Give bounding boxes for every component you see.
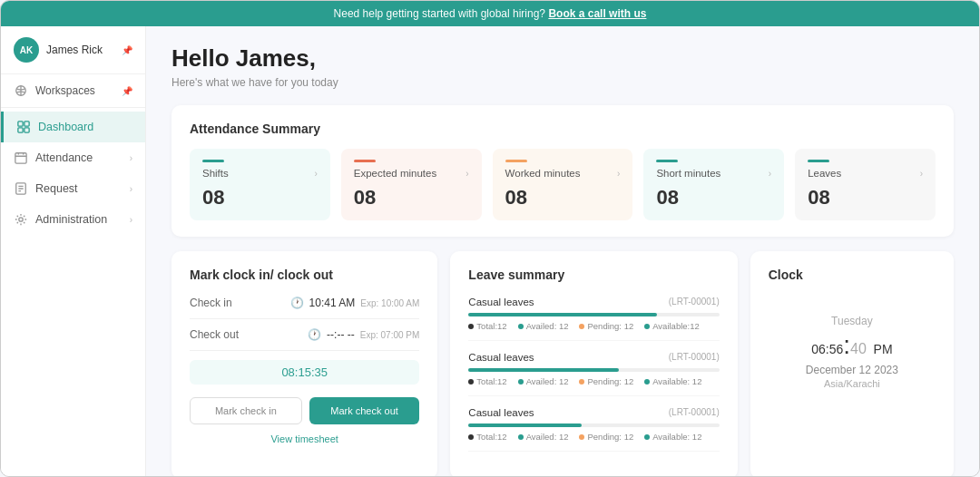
sidebar-item-dashboard[interactable]: Dashboard [1,112,145,142]
leave-bar-fill-0 [468,313,656,316]
sidebar-user[interactable]: AK James Rick 📌 [1,26,145,74]
checkin-row: Check in 🕐 10:41 AM Exp: 10:00 AM [190,297,419,319]
leave-name-1: Casual leaves [468,352,534,363]
sidebar-item-attendance[interactable]: Attendance › [1,142,145,173]
summary-card-short-minutes[interactable]: Short minutes › 08 [643,149,784,220]
checkin-time: 🕐 10:41 AM Exp: 10:00 AM [290,297,420,309]
request-chevron: › [130,184,132,194]
clock-in-out-title: Mark clock in/ clock out [190,268,419,282]
summary-cards: Shifts › 08 Expected minutes › 08 [190,149,936,220]
clock-date: December 12 2023 [769,364,936,376]
attendance-summary-card: Attendance Summary Shifts › 08 Expected … [172,105,954,237]
short-minutes-value: 08 [656,186,771,209]
summary-card-expected-minutes[interactable]: Expected minutes › 08 [341,149,482,220]
username-label: James Rick [46,44,114,56]
leave-bar-track-0 [468,313,719,316]
timer-display: 08:15:35 [190,360,419,385]
short-minutes-label: Short minutes › [656,168,771,179]
clock-time: 06:56:40 PM [769,331,936,360]
short-minutes-chevron: › [769,169,771,179]
leave-summary-title: Leave summary [468,268,719,282]
sidebar-nav: Dashboard Attendance › [1,108,145,235]
leave-stats-0: Total:12 Availed: 12 Pending: 12 Availab… [468,321,719,331]
attendance-summary-title: Attendance Summary [190,122,936,136]
svg-rect-5 [24,128,29,132]
main-content: Hello James, Here's what we have for you… [146,26,979,476]
mark-checkout-button[interactable]: Mark check out [309,397,420,424]
leave-bar-track-2 [468,423,719,427]
leave-id-0: (LRT-00001) [669,297,720,307]
svg-rect-6 [15,153,26,163]
shifts-label: Shifts › [202,168,318,179]
leave-stats-2: Total:12 Availed: 12 Pending: 12 Availab… [468,432,719,442]
leave-bar-fill-1 [468,368,619,372]
workspace-label: Workspaces [35,84,114,97]
top-banner: Need help getting started with global hi… [1,1,979,26]
administration-label: Administration [35,213,107,226]
attendance-label: Attendance [35,151,93,164]
leave-id-1: (LRT-00001) [669,352,720,363]
greeting-title: Hello James, [172,44,954,73]
request-icon [14,181,28,196]
checkout-clock-icon: 🕐 [308,328,321,341]
leave-summary-card: Leave summary Casual leaves (LRT-00001) … [450,251,737,476]
clock-widget-title: Clock [769,268,936,282]
greeting-subtitle: Here's what we have for you today [172,76,954,89]
banner-text: Need help getting started with global hi… [334,7,545,20]
svg-rect-2 [18,122,23,126]
attendance-icon [14,151,28,165]
bottom-row: Mark clock in/ clock out Check in 🕐 10:4… [172,251,954,476]
summary-card-worked-minutes[interactable]: Worked minutes › 08 [493,149,633,220]
attendance-chevron: › [130,153,132,163]
checkin-label: Check in [190,297,232,309]
leave-item-2: Casual leaves (LRT-00001) Total:12 Avail… [468,407,719,452]
summary-card-leaves[interactable]: Leaves › 08 [795,149,936,220]
workspace-icon [14,83,28,98]
workspace-pin-icon: 📌 [122,86,132,96]
leaves-chevron: › [920,169,923,179]
request-label: Request [35,182,78,195]
checkin-clock-icon: 🕐 [290,297,304,309]
svg-point-14 [19,218,23,221]
clock-widget: Tuesday 06:56:40 PM December 12 2023 Asi… [769,297,936,389]
sidebar: AK James Rick 📌 Workspaces 📌 [1,26,146,476]
checkout-exp: Exp: 07:00 PM [360,330,420,340]
avatar: AK [14,37,39,63]
leave-item-0: Casual leaves (LRT-00001) Total:12 Avail… [468,297,719,341]
leaves-value: 08 [808,186,923,209]
leave-item-1: Casual leaves (LRT-00001) Total:12 Avail… [468,352,719,396]
leave-id-2: (LRT-00001) [669,407,720,418]
leave-bar-track-1 [468,368,719,372]
action-buttons: Mark check in Mark check out [190,397,419,424]
administration-icon [14,212,28,227]
leave-bar-fill-2 [468,423,581,427]
pin-icon: 📌 [122,45,132,55]
sidebar-item-request[interactable]: Request › [1,173,145,204]
dashboard-icon [16,120,31,134]
worked-minutes-label: Worked minutes › [505,168,621,179]
checkout-time: 🕐 --:-- -- Exp: 07:00 PM [308,328,419,341]
leaves-label: Leaves › [808,168,923,179]
banner-link[interactable]: Book a call with us [548,7,646,20]
leave-name-2: Casual leaves [468,407,534,418]
clock-timezone: Asia/Karachi [769,378,936,389]
clock-widget-card: Clock Tuesday 06:56:40 PM December 12 20… [750,251,954,476]
sidebar-item-administration[interactable]: Administration › [1,204,145,235]
leave-name-0: Casual leaves [468,297,534,307]
shifts-chevron: › [314,169,317,179]
sidebar-workspaces[interactable]: Workspaces 📌 [1,74,145,108]
checkout-label: Check out [190,328,239,341]
mark-checkin-button[interactable]: Mark check in [190,397,302,424]
checkout-row: Check out 🕐 --:-- -- Exp: 07:00 PM [190,328,419,351]
svg-rect-4 [18,128,23,132]
administration-chevron: › [130,215,132,225]
expected-minutes-chevron: › [466,169,468,179]
expected-minutes-label: Expected minutes › [354,168,469,179]
expected-minutes-value: 08 [354,186,469,209]
worked-minutes-value: 08 [505,186,621,209]
worked-minutes-chevron: › [617,169,620,179]
summary-card-shifts[interactable]: Shifts › 08 [190,149,330,220]
clock-in-out-card: Mark clock in/ clock out Check in 🕐 10:4… [172,251,437,476]
clock-day: Tuesday [769,315,936,327]
view-timesheet-link[interactable]: View timesheet [190,433,419,444]
